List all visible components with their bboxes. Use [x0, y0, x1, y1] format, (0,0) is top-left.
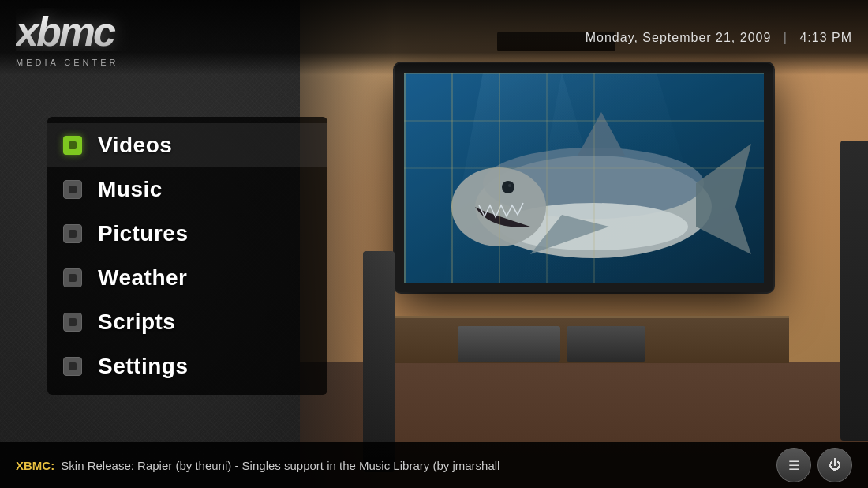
menu-panel: Videos Music Pictures Weather Scripts Se…: [47, 117, 327, 395]
power-button-icon: ⏻: [829, 458, 841, 472]
menu-button-icon: ☰: [788, 458, 799, 473]
ticker-bar: XBMC: Skin Release: Rapier (by theuni) -…: [0, 442, 868, 488]
logo-area: xbmc MEDIA CENTER: [16, 8, 174, 67]
xbmc-logo-svg: xbmc: [16, 8, 174, 51]
videos-icon: [63, 136, 82, 155]
tv-unit: [379, 63, 773, 292]
equipment-box-2: [567, 326, 645, 362]
pictures-icon: [63, 224, 82, 243]
power-button[interactable]: ⏻: [817, 448, 852, 482]
weather-label: Weather: [98, 265, 187, 291]
shark-image: [404, 73, 764, 283]
svg-text:xbmc: xbmc: [16, 9, 116, 51]
videos-label: Videos: [98, 133, 172, 158]
ticker-text: XBMC: Skin Release: Rapier (by theuni) -…: [16, 459, 761, 472]
header-datetime: Monday, September 21, 2009 | 4:13 PM: [586, 31, 852, 45]
ticker-prefix: XBMC:: [16, 459, 54, 472]
weather-icon: [63, 268, 82, 287]
equipment-box-1: [458, 326, 560, 362]
shelf-equipment: [458, 326, 645, 362]
header: xbmc MEDIA CENTER Monday, September 21, …: [0, 0, 868, 75]
menu-item-music[interactable]: Music: [47, 167, 327, 212]
scripts-label: Scripts: [98, 310, 175, 335]
bottom-buttons: ☰ ⏻: [776, 448, 852, 482]
tv-frame: [395, 63, 773, 292]
xbmc-logo: xbmc: [16, 8, 174, 56]
media-center-label: MEDIA CENTER: [16, 58, 174, 67]
time-text: 4:13 PM: [799, 31, 852, 44]
speaker-right: [840, 141, 868, 441]
logo-wrapper: xbmc MEDIA CENTER: [16, 8, 174, 67]
music-icon: [63, 180, 82, 199]
menu-button[interactable]: ☰: [776, 448, 811, 482]
scripts-icon: [63, 313, 82, 332]
svg-rect-17: [404, 73, 764, 283]
settings-icon: [63, 357, 82, 376]
menu-item-weather[interactable]: Weather: [47, 256, 327, 300]
settings-label: Settings: [98, 354, 188, 379]
pictures-label: Pictures: [98, 221, 189, 246]
ticker-message: Skin Release: Rapier (by theuni) - Singl…: [58, 459, 499, 472]
music-label: Music: [98, 177, 163, 202]
menu-item-settings[interactable]: Settings: [47, 344, 327, 389]
datetime-separator: |: [784, 31, 788, 44]
menu-item-pictures[interactable]: Pictures: [47, 212, 327, 256]
date-text: Monday, September 21, 2009: [586, 31, 772, 44]
menu-item-scripts[interactable]: Scripts: [47, 300, 327, 344]
tv-screen: [404, 73, 764, 283]
menu-item-videos[interactable]: Videos: [47, 123, 327, 167]
